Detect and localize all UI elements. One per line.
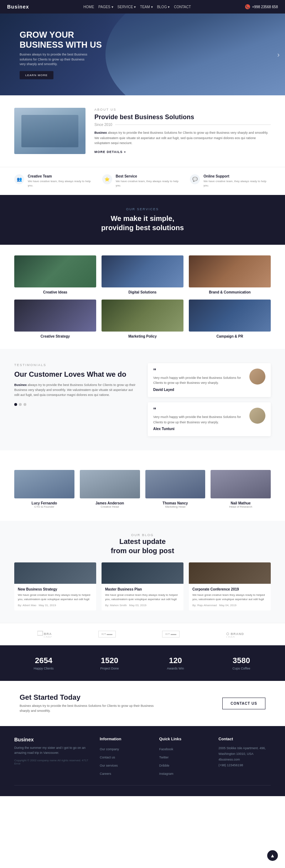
service-img-inner-4 [102,300,183,332]
blog-card-2[interactable]: Corporate Conference 2019 We have great … [189,562,271,610]
nav-logo[interactable]: Businex [7,4,29,10]
services-grid: Creative Ideas Digital Solutions Brand &… [0,245,285,349]
svg-text:LOGOS: LOGOS [44,636,52,637]
footer-col-1: Quick Links Facebook Twitter Dribble Ins… [159,737,212,778]
service-img-inner-3 [14,300,96,332]
cta-section: Get Started Today Businex always try to … [0,681,285,726]
service-img-4 [102,300,183,332]
blog-header: OUR BLOG Latest update from our blog pos… [14,533,271,555]
service-title-5: Campaign & PR [189,334,271,338]
phone-icon: 📞 [245,4,250,9]
nav-contact[interactable]: CONTACT [174,5,191,9]
service-card-2[interactable]: Brand & Communication [189,255,271,294]
stat-item-3: 3580 Cups Coffee [212,656,271,670]
testimonial-card-0: " Very much happy with provide the best … [148,363,271,397]
testimonials-label: TESTIMONIALS [14,363,137,367]
service-title-1: Digital Solutions [102,290,183,294]
footer-link-1-2[interactable]: Dribble [159,764,170,767]
footer-link-0-3[interactable]: Careers [100,772,111,776]
blog-card-0[interactable]: New Business Strategy We have great crea… [14,562,96,610]
service-card-0[interactable]: Creative Ideas [14,255,96,294]
footer-col-links-0: Our company Contact us Our services Care… [100,745,152,776]
cta-content: Get Started Today Businex always try to … [20,693,162,714]
svg-text:LOGO: LOGO [226,636,235,637]
testimonial-avatar-1 [249,408,265,424]
footer-link-0-1[interactable]: Contact us [100,756,115,759]
service-card-4[interactable]: Marketing Policy [102,300,183,338]
testimonial-text-1: Very much happy with provide the best Bu… [153,414,245,425]
team-role-1: Creative Head [80,505,140,508]
nav-blog[interactable]: BLOG ▾ [157,5,170,9]
testimonials-left: TESTIMONIALS Our Customer Loves What we … [14,363,137,406]
footer-address: 2005 Stokke Isle Apartment. 496, Washing… [218,745,271,768]
testimonial-card-1: " Very much happy with provide the best … [148,402,271,436]
footer-link-1-3[interactable]: Instagram [159,772,173,776]
service-img-inner-0 [14,255,96,287]
brands-row: BRANDLOGOS KIT ▬▬ KIT ▬▬ ⬡ BRANDLOGO [0,623,285,645]
footer-brand: Businex During the summer my sister and … [14,737,93,778]
footer-link-1-0[interactable]: Facebook [159,747,173,751]
blog-post-desc-1: We have great creative team they always … [105,593,180,602]
testimonial-dot-1[interactable] [19,403,22,406]
footer-link-0-2[interactable]: Our services [100,764,118,767]
service-card-5[interactable]: Campaign & PR [189,300,271,338]
stat-number-2: 120 [146,656,205,665]
footer-logo: Businex [14,737,93,742]
stats-section: 2654 Happy Clients 1520 Project Done 120… [0,645,285,681]
team-section: Lucy Fernando CTO & Founder James Anders… [0,450,285,521]
team-card-3: Nail Mathue Head of Research [211,470,271,508]
nav-team[interactable]: TEAM ▾ [140,5,153,9]
nav-service[interactable]: SERVICE ▾ [118,5,136,9]
blog-card-1[interactable]: Master Business Plan We have great creat… [102,562,183,610]
about-content: ABOUT US Provide best Business Solutions… [94,108,271,154]
blog-label: OUR BLOG [14,533,271,537]
feature-icon-1: ⭐ [102,174,112,184]
service-card-3[interactable]: Creative Strategy [14,300,96,338]
service-img-5 [189,300,271,332]
team-name-3: Nail Mathue [211,501,271,505]
testimonials-section: TESTIMONIALS Our Customer Loves What we … [0,349,285,450]
svg-rect-0 [37,631,43,635]
testimonial-content-0: " Very much happy with provide the best … [153,369,245,392]
team-grid: Lucy Fernando CTO & Founder James Anders… [14,470,271,508]
cta-description: Businex always try to provide the best B… [20,703,162,714]
office-silhouette [21,115,78,147]
blog-section: OUR BLOG Latest update from our blog pos… [0,521,285,623]
services-dark-section: OUR SERVICES We make it simple, providin… [0,195,285,245]
hero-next-arrow[interactable]: › [277,51,280,59]
footer-link-1-1[interactable]: Twitter [159,756,169,759]
service-title-3: Creative Strategy [14,334,96,338]
service-img-3 [14,300,96,332]
hero-description: Businex always try to provide the best B… [20,52,91,67]
services-title: We make it simple, providing best soluti… [14,214,271,232]
team-photo-2 [145,470,206,498]
footer-tagline: During the summer my sister and I got to… [14,745,93,756]
feature-item-1: ⭐ Best Service We have creative team, th… [102,174,183,188]
nav-home[interactable]: HOME [83,5,94,9]
footer-top: Businex During the summer my sister and … [14,737,271,785]
testimonial-dot-2[interactable] [24,403,26,406]
stat-label-2: Awards Win [146,667,205,670]
footer-col-links-1: Facebook Twitter Dribble Instagram [159,745,212,776]
about-title: Provide best Business Solutions [94,113,271,121]
services-label: OUR SERVICES [14,207,271,211]
blog-content-0: New Business Strategy We have great crea… [14,584,96,610]
hero-cta-button[interactable]: LEARN MORE [20,71,53,79]
footer-link-0-0[interactable]: Our company [100,747,119,751]
nav-pages[interactable]: PAGES ▾ [98,5,113,9]
testimonial-dot-0[interactable] [14,403,17,406]
more-details-link[interactable]: MORE DETAILS [94,150,126,154]
service-img-1 [102,255,183,287]
service-card-1[interactable]: Digital Solutions [102,255,183,294]
cta-button[interactable]: Contact Us [222,698,265,709]
about-section: ABOUT US Provide best Business Solutions… [0,95,285,167]
stat-label-1: Project Done [80,667,139,670]
stat-item-0: 2654 Happy Clients [14,656,73,670]
blog-post-title-0: New Business Strategy [18,587,93,591]
service-img-inner-1 [102,255,183,287]
blog-post-title-1: Master Business Plan [105,587,180,591]
stat-item-1: 1520 Project Done [80,656,139,670]
team-card-1: James Anderson Creative Head [80,470,140,508]
navbar: Businex HOME PAGES ▾ SERVICE ▾ TEAM ▾ BL… [0,0,285,14]
footer: Businex During the summer my sister and … [0,726,285,796]
